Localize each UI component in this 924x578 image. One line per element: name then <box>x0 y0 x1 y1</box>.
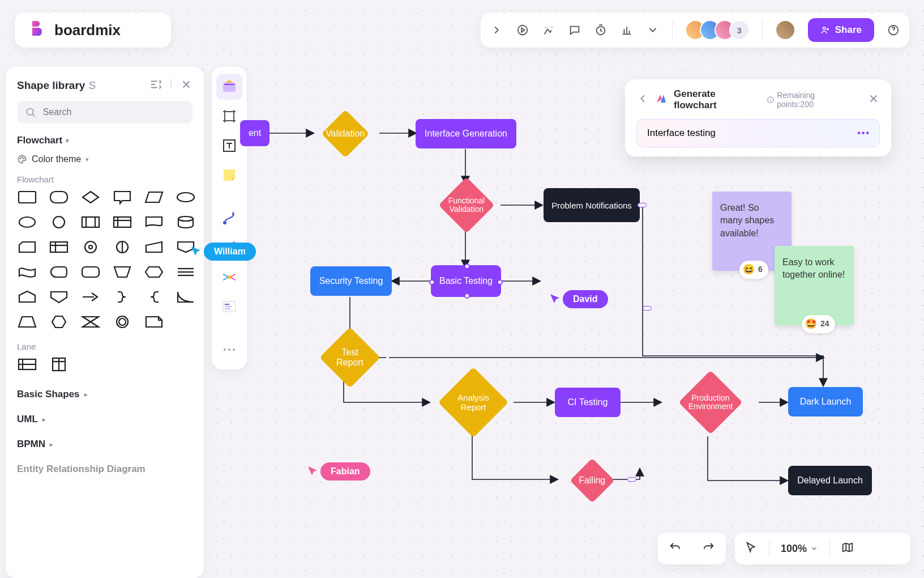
cursor-david: David <box>549 290 608 308</box>
undo-redo-bar <box>658 533 726 564</box>
node-delayed-launch[interactable]: Delayed Launch <box>788 466 872 495</box>
ai-generate-panel: Generate flowchart Remaining points:200 … <box>625 79 891 156</box>
reaction-badge[interactable]: 😆 6 <box>739 261 768 279</box>
ai-prompt-field[interactable] <box>646 127 857 139</box>
node-ent[interactable]: ent <box>240 120 270 146</box>
cursor-icon <box>190 245 203 258</box>
sticky-note-b[interactable]: Easy to work together online! 🤩 24 <box>775 246 854 325</box>
minimap-icon[interactable] <box>841 541 854 556</box>
pill-connector-icon <box>627 477 636 482</box>
back-icon[interactable] <box>636 92 649 108</box>
cursor-william: William <box>190 243 256 261</box>
separator <box>829 541 830 556</box>
node-handle[interactable] <box>497 279 503 285</box>
close-icon[interactable] <box>867 92 880 108</box>
emoji-icon: 😆 <box>743 263 755 277</box>
node-interface-generation[interactable]: Interface Generation <box>416 119 516 148</box>
node-security-testing[interactable]: Security Testing <box>310 266 392 296</box>
ai-prompt-input[interactable]: ••• <box>636 119 880 147</box>
node-handle[interactable] <box>464 293 470 299</box>
zoom-bar: 100% <box>735 533 910 564</box>
pill-connector-icon <box>638 203 647 207</box>
node-dark-launch[interactable]: Dark Launch <box>788 387 863 416</box>
node-handle[interactable] <box>429 279 435 285</box>
redo-button[interactable] <box>703 541 715 556</box>
emoji-icon: 🤩 <box>805 317 817 331</box>
loading-dots-icon: ••• <box>857 128 870 138</box>
node-handle[interactable] <box>464 264 470 269</box>
cursor-icon <box>307 465 319 478</box>
zoom-level[interactable]: 100% <box>781 543 818 555</box>
cursor-fabian: Fabian <box>307 462 370 481</box>
separator <box>769 541 769 556</box>
undo-button[interactable] <box>669 541 681 556</box>
cursor-tool-icon[interactable] <box>745 541 758 556</box>
node-problem-notifications[interactable]: Problem Notifications <box>544 188 640 222</box>
ai-panel-title: Generate flowchart <box>674 88 760 111</box>
chevron-down-icon <box>810 545 818 552</box>
cursor-icon <box>549 293 562 305</box>
ai-logo-icon <box>656 93 667 107</box>
node-basic-testing[interactable]: Basic Testing <box>431 266 500 296</box>
node-ci-testing[interactable]: CI Testing <box>555 388 621 417</box>
ai-points: Remaining points:200 <box>767 91 853 109</box>
pill-connector-icon <box>643 306 652 311</box>
reaction-badge[interactable]: 🤩 24 <box>802 315 835 333</box>
info-icon <box>767 96 775 104</box>
